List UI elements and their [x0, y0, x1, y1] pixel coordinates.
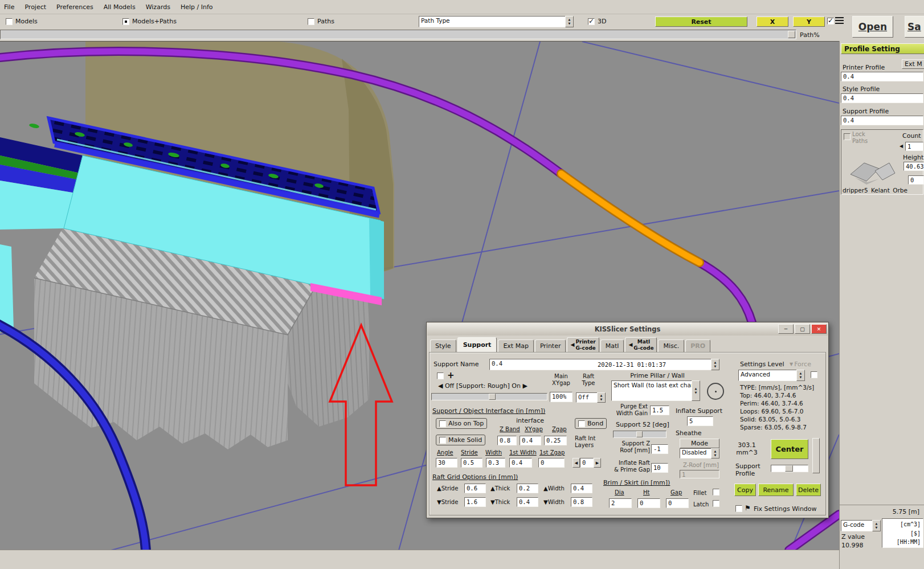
- radio-paths-box[interactable]: [308, 18, 314, 25]
- brim-dia-field[interactable]: 2: [609, 498, 632, 508]
- raft-layers-stepper[interactable]: ◀ 0 ▶: [573, 458, 601, 468]
- count-left-arrow-icon[interactable]: ◀: [900, 144, 903, 149]
- stride-field[interactable]: 0.5: [461, 458, 483, 468]
- sheathe-spinner-icon[interactable]: ▲▼: [711, 448, 719, 459]
- latch-checkbox[interactable]: [713, 500, 719, 507]
- support-angle-slider[interactable]: [613, 431, 667, 438]
- xygap-field[interactable]: 0.4: [520, 436, 541, 445]
- gcode-spinner-icon[interactable]: ▲▼: [872, 520, 881, 531]
- settings-titlebar[interactable]: KISSlicer Settings: [427, 323, 828, 335]
- raft-top-thick-field[interactable]: 0.2: [517, 484, 538, 493]
- inflate-raft-field[interactable]: 10: [651, 463, 668, 473]
- lock-paths-checkbox[interactable]: [844, 133, 851, 140]
- first-width-field[interactable]: 0.4: [509, 458, 532, 468]
- raft-bottom-width-field[interactable]: 0.8: [571, 497, 592, 507]
- menu-preferences[interactable]: Preferences: [52, 1, 100, 14]
- close-button[interactable]: ✕: [811, 324, 827, 334]
- count-field[interactable]: 1: [905, 142, 923, 151]
- settings-level-checkbox[interactable]: [811, 371, 817, 378]
- center-button[interactable]: Center: [771, 439, 808, 459]
- menu-wizards[interactable]: Wizards: [142, 1, 177, 14]
- save-button[interactable]: Sa: [905, 16, 924, 38]
- path-percent-scrollbar[interactable]: [0, 30, 796, 39]
- profile-scrollbar[interactable]: [812, 438, 820, 473]
- style-profile-field[interactable]: 0.4: [841, 93, 923, 103]
- main-xygap-field[interactable]: 100%: [550, 392, 573, 402]
- height-field[interactable]: 40.63: [903, 162, 924, 171]
- settings-level-spinner-icon[interactable]: ▲▼: [796, 370, 805, 381]
- inflate-support-field[interactable]: 5: [687, 416, 713, 426]
- reset-button[interactable]: Reset: [655, 17, 747, 27]
- support-name-spinner-icon[interactable]: ▲▼: [711, 359, 719, 370]
- raft-bottom-thick-field[interactable]: 0.4: [517, 497, 538, 507]
- also-on-top-option[interactable]: Also on Top: [436, 418, 487, 429]
- profile-slider[interactable]: [771, 465, 808, 472]
- fix-settings-checkbox[interactable]: [735, 505, 742, 512]
- tab-style[interactable]: Style: [430, 339, 456, 353]
- profile-slider-thumb[interactable]: [785, 465, 793, 472]
- first-zgap-field[interactable]: 0: [538, 458, 565, 468]
- brim-ht-field[interactable]: 0: [637, 498, 660, 508]
- raft-type-dropdown[interactable]: Off ▲▼: [576, 392, 606, 403]
- raft-layers-increment-icon[interactable]: ▶: [594, 458, 601, 468]
- x-button[interactable]: X: [757, 17, 788, 27]
- radio-models-paths[interactable]: Models+Paths: [122, 18, 177, 25]
- support-density-thumb[interactable]: [489, 394, 496, 400]
- radio-models[interactable]: Models: [6, 18, 38, 25]
- menu-all-models[interactable]: All Models: [100, 1, 142, 14]
- open-button[interactable]: Open: [852, 16, 893, 38]
- ext-map-button[interactable]: Ext M: [902, 59, 924, 69]
- support-profile-field[interactable]: 0.4: [841, 116, 923, 125]
- raft-type-spinner-icon[interactable]: ▲▼: [597, 392, 606, 403]
- delete-button[interactable]: Delete: [796, 484, 821, 496]
- prime-pillar-dropdown[interactable]: Short Wall (to last ext change) ▲▼: [611, 380, 700, 401]
- bond-option[interactable]: Bond: [575, 418, 607, 429]
- menu-file[interactable]: File: [0, 1, 21, 14]
- plus-icon[interactable]: +: [447, 370, 455, 380]
- z-band-field[interactable]: 0.8: [497, 436, 517, 445]
- tab-matl-gcode[interactable]: ◀ Matl G-code: [625, 337, 657, 353]
- rename-button[interactable]: Rename: [758, 484, 794, 496]
- also-on-top-checkbox[interactable]: [439, 420, 446, 427]
- paths-visibility-checkbox[interactable]: [827, 18, 834, 24]
- tab-matl[interactable]: Matl: [600, 339, 624, 353]
- sheathe-mode-dropdown[interactable]: Disabled ▲▼: [680, 448, 719, 459]
- brim-gap-field[interactable]: 0: [666, 498, 689, 508]
- make-solid-option[interactable]: Make Solid: [436, 435, 485, 445]
- y-button[interactable]: Y: [793, 17, 825, 27]
- support-enable-checkbox[interactable]: [437, 372, 444, 379]
- copy-button[interactable]: Copy: [734, 484, 756, 496]
- force-control[interactable]: ▼ Force: [790, 361, 811, 368]
- checkbox-3d-box[interactable]: [588, 18, 595, 25]
- path-percent-thumb[interactable]: [788, 31, 795, 38]
- minimize-button[interactable]: ─: [778, 324, 794, 334]
- menu-project[interactable]: Project: [21, 1, 52, 14]
- raft-bottom-stride-field[interactable]: 1.6: [464, 497, 486, 507]
- settings-window[interactable]: KISSlicer Settings ─ ▢ ✕ Style Support E…: [426, 322, 829, 518]
- raft-top-width-field[interactable]: 0.4: [571, 484, 592, 493]
- prime-location-dial[interactable]: [707, 383, 724, 400]
- raft-layers-decrement-icon[interactable]: ◀: [573, 458, 580, 468]
- tab-misc[interactable]: Misc.: [658, 339, 684, 353]
- path-type-dropdown[interactable]: Path Type ▲▼: [419, 16, 574, 27]
- settings-level-dropdown[interactable]: Advanced ▲▼: [738, 370, 805, 381]
- menu-help-info[interactable]: Help / Info: [177, 1, 219, 14]
- tab-printer-gcode[interactable]: ◀ Printer G-code: [567, 337, 599, 353]
- gcode-dropdown[interactable]: G-code ▲▼: [841, 520, 881, 531]
- maximize-button[interactable]: ▢: [795, 324, 810, 334]
- radio-models-paths-box[interactable]: [122, 18, 129, 25]
- path-type-spinner-icon[interactable]: ▲▼: [565, 16, 574, 27]
- tab-support[interactable]: Support: [457, 337, 497, 353]
- tab-pro[interactable]: PRO: [685, 339, 710, 353]
- aux-field[interactable]: 0: [908, 175, 924, 185]
- printer-profile-field[interactable]: 0.4: [841, 72, 923, 81]
- support-angle-thumb[interactable]: [636, 431, 643, 437]
- radio-paths[interactable]: Paths: [308, 18, 334, 25]
- radio-models-box[interactable]: [6, 18, 13, 25]
- support-density-slider[interactable]: [431, 393, 547, 400]
- profile-settings-header[interactable]: Profile Setting: [841, 43, 924, 54]
- raft-top-stride-field[interactable]: 0.6: [464, 484, 486, 493]
- tab-ext-map[interactable]: Ext Map: [498, 339, 533, 353]
- prime-pillar-spinner-icon[interactable]: ▲▼: [692, 380, 700, 401]
- checkbox-3d[interactable]: 3D: [588, 18, 606, 25]
